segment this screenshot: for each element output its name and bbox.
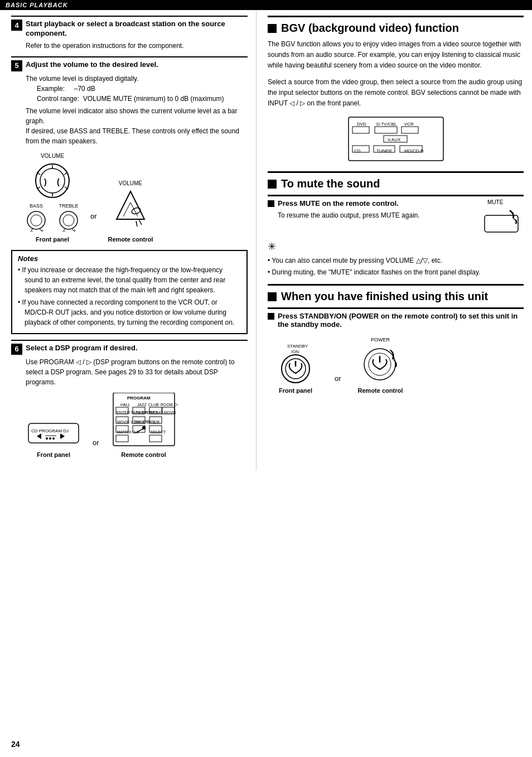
svg-text:–: – [62, 228, 65, 233]
svg-marker-22 [117, 191, 144, 219]
tip-icon: ✳ [268, 241, 276, 252]
bgv-body1: The BGV function allows you to enjoy vid… [268, 39, 524, 71]
svg-text:+: + [41, 228, 43, 233]
svg-text:/ON: /ON [291, 349, 299, 354]
standby-sub-section: Press STANDBY/ON (POWER on the remote co… [268, 307, 524, 394]
mute-section: To mute the sound Press MUTE on the remo… [268, 171, 524, 277]
step-6-title: Select a DSP program if desired. [26, 344, 138, 353]
example-label: Example: [37, 85, 65, 93]
mute-sub-title: Press MUTE on the remote control. [278, 199, 399, 208]
bgv-title-icon [268, 24, 277, 33]
standby-sub-header: Press STANDBY/ON (POWER on the remote co… [268, 312, 524, 329]
svg-text:CD: CD [354, 148, 361, 153]
power-label: POWER [371, 337, 390, 343]
svg-rect-68 [375, 127, 397, 133]
mute-title: To mute the sound [268, 177, 524, 190]
mute-text-area: Press MUTE on the remote control. To res… [268, 199, 473, 226]
svg-rect-36 [113, 393, 175, 446]
svg-rect-67 [352, 127, 369, 133]
svg-text:HALL: HALL [120, 403, 130, 407]
bass-label: BASS [30, 202, 43, 210]
or-label-2: or [93, 437, 99, 460]
mute-button-svg [482, 207, 521, 238]
svg-text:CD  PROGRAM  DJ: CD PROGRAM DJ [31, 428, 69, 433]
step-4-body-text: Refer to the operation instructions for … [26, 42, 184, 50]
svg-text:–: – [30, 228, 33, 233]
standby-sub-title: Press STANDBY/ON (POWER on the remote co… [278, 312, 524, 329]
or-label-1: or [90, 211, 97, 244]
control-val: VOLUME MUTE (minimum) to 0 dB (maximum) [83, 95, 224, 103]
svg-text:DD / DTS SUB: DD / DTS SUB [134, 420, 160, 424]
svg-marker-31 [60, 433, 65, 439]
finished-section: When you have finished using this unit P… [268, 284, 524, 394]
dsp-front-panel-label: Front panel [37, 450, 70, 460]
treble-label: TREBLE [59, 202, 78, 210]
svg-text:): ) [44, 177, 47, 186]
right-column: BGV (background video) function The BGV … [257, 10, 532, 470]
treble-knob-svg: – + [58, 210, 79, 233]
bass-knob-item: BASS – + [26, 202, 47, 234]
dsp-remote-svg: PROGRAM HALL JAZZ CLUB ROOM CONCERT [110, 393, 177, 449]
svg-text:DVD: DVD [357, 122, 366, 127]
mute-sub-content: Press MUTE on the remote control. To res… [268, 199, 524, 238]
bgv-diagram-area: DVD D-TV/CBL VCR V.AUX CD TUNER MD/CD-R [268, 114, 524, 165]
bgv-section: BGV (background video) function The BGV … [268, 16, 524, 165]
svg-rect-61 [116, 435, 128, 442]
svg-text:D-TV/CBL: D-TV/CBL [376, 122, 397, 127]
step-5-number: 5 [11, 60, 22, 71]
svg-point-16 [60, 211, 78, 229]
svg-marker-30 [37, 433, 41, 439]
remote-volume-svg [111, 189, 150, 233]
notes-item-2: • If you have connected a recording comp… [18, 297, 241, 327]
svg-text:TUNER: TUNER [376, 148, 392, 153]
step-4-header: 4 Start playback or select a broadcast s… [11, 20, 248, 38]
dsp-front-panel-diagram: CD PROGRAM DJ [26, 418, 81, 460]
page: BASIC PLAYBACK 4 Start playback or selec… [0, 0, 532, 757]
mute-label: MUTE [487, 199, 503, 205]
step-5-body: The volume level is displayed digitally.… [11, 74, 248, 244]
dsp-remote-diagram: PROGRAM HALL JAZZ CLUB ROOM CONCERT [110, 393, 177, 460]
mute-bullets: You can also cancel mute by pressing VOL… [268, 255, 524, 277]
volume-knob-svg: ) ( [33, 161, 72, 200]
step-4-number: 4 [11, 20, 22, 31]
example-val: –70 dB [74, 85, 95, 93]
mute-bullet-1: You can also cancel mute by pressing VOL… [268, 255, 524, 266]
svg-point-10 [27, 211, 45, 229]
step-6-number: 6 [11, 344, 22, 355]
header-text: BASIC PLAYBACK [6, 2, 68, 8]
volume-diagram-area: VOLUME [26, 152, 248, 244]
mute-bullet-2: During muting, the "MUTE" indicator flas… [268, 267, 524, 277]
svg-line-26 [139, 219, 142, 225]
svg-point-33 [46, 437, 48, 440]
svg-text:CLUB: CLUB [148, 403, 159, 407]
svg-point-11 [31, 215, 42, 226]
bass-knob-svg: – + [26, 210, 47, 233]
svg-text:MONO MOVIE: MONO MOVIE [151, 411, 177, 414]
step-6-header: 6 Select a DSP program if desired. [11, 344, 248, 355]
standby-front-label: Front panel [279, 387, 312, 394]
step-5-body1: The volume level is displayed digitally. [26, 74, 248, 84]
step-6-body1: Use PROGRAM ◁ / ▷ (DSP program buttons o… [26, 357, 248, 387]
standby-sub-icon [268, 313, 274, 320]
notes-box: Notes • If you increase or decrease the … [11, 250, 248, 334]
mute-sub-section: Press MUTE on the remote control. To res… [268, 195, 524, 238]
mute-diagram: MUTE [479, 199, 524, 238]
svg-text:PROGRAM: PROGRAM [127, 396, 151, 401]
dsp-front-svg: CD PROGRAM DJ [26, 418, 81, 449]
svg-text:SELECT: SELECT [151, 430, 166, 434]
notes-label: Notes [18, 254, 241, 263]
finished-title: When you have finished using this unit [268, 290, 524, 303]
mute-body: To resume the audio output, press MUTE a… [268, 210, 473, 221]
svg-point-17 [63, 215, 74, 226]
standby-diagram-area: STANDBY /ON Front panel or [268, 337, 524, 394]
left-column: 4 Start playback or select a broadcast s… [0, 10, 257, 470]
svg-point-35 [52, 437, 55, 440]
step-6-body: Use PROGRAM ◁ / ▷ (DSP program buttons o… [11, 357, 248, 460]
svg-point-34 [49, 437, 51, 440]
svg-text:+: + [73, 228, 76, 233]
svg-text:ROOM CONCERT: ROOM CONCERT [161, 403, 177, 407]
step-5-header: 5 Adjust the volume to the desired level… [11, 60, 248, 71]
header-bar: BASIC PLAYBACK [0, 0, 532, 10]
finished-title-icon [268, 292, 277, 301]
svg-text:V.AUX: V.AUX [388, 137, 401, 142]
